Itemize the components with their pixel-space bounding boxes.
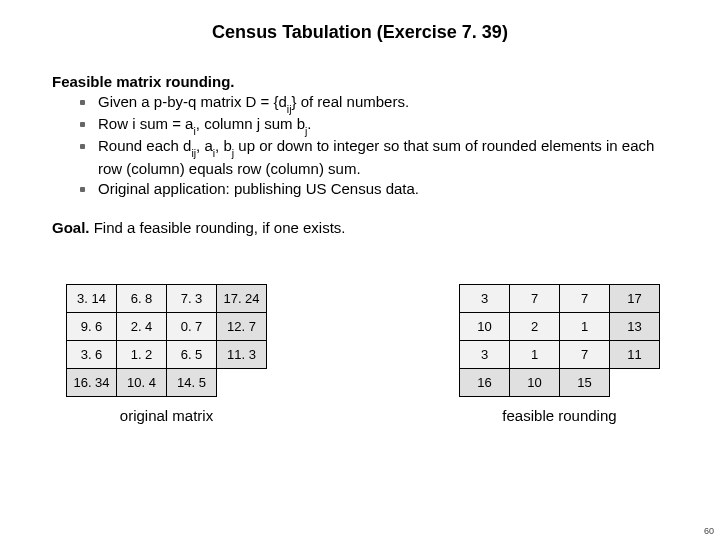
goal-line: Goal. Find a feasible rounding, if one e… [52,219,680,236]
table-cell: 7 [560,285,610,313]
table-cell-empty [217,369,267,397]
table-row: 3 7 7 17 [460,285,660,313]
table-row: 3. 14 6. 8 7. 3 17. 24 [67,285,267,313]
feasible-rounding-caption: feasible rounding [502,407,616,424]
bullet-item: Round each dij, ai, bj up or down to int… [80,136,680,178]
table-row: 9. 6 2. 4 0. 7 12. 7 [67,313,267,341]
table-row: 3 1 7 11 [460,341,660,369]
feasible-rounding-table: 3 7 7 17 10 2 1 13 3 1 7 11 16 10 15 [459,284,660,397]
table-row: 16. 34 10. 4 14. 5 [67,369,267,397]
table-cell-total: 17. 24 [217,285,267,313]
table-cell: 0. 7 [167,313,217,341]
original-matrix-caption: original matrix [120,407,213,424]
table-cell: 1 [560,313,610,341]
tables-row: 3. 14 6. 8 7. 3 17. 24 9. 6 2. 4 0. 7 12… [0,284,720,424]
table-row: 10 2 1 13 [460,313,660,341]
table-cell: 3 [460,285,510,313]
bullet-list: Given a p-by-q matrix D = {dij} of real … [52,92,680,199]
page-number: 60 [704,526,714,536]
table-row: 3. 6 1. 2 6. 5 11. 3 [67,341,267,369]
slide-title: Census Tabulation (Exercise 7. 39) [0,22,720,43]
table-cell: 1. 2 [117,341,167,369]
table-cell-total: 12. 7 [217,313,267,341]
table-cell: 9. 6 [67,313,117,341]
table-cell: 10 [460,313,510,341]
table-cell: 6. 8 [117,285,167,313]
table-cell: 3 [460,341,510,369]
table-cell-total: 14. 5 [167,369,217,397]
table-cell: 3. 6 [67,341,117,369]
table-cell-total: 16 [460,369,510,397]
table-cell-total: 11. 3 [217,341,267,369]
original-matrix-table: 3. 14 6. 8 7. 3 17. 24 9. 6 2. 4 0. 7 12… [66,284,267,397]
table-cell: 6. 5 [167,341,217,369]
table-cell-total: 16. 34 [67,369,117,397]
table-cell: 3. 14 [67,285,117,313]
feasible-rounding-block: 3 7 7 17 10 2 1 13 3 1 7 11 16 10 15 [459,284,660,424]
table-cell: 2 [510,313,560,341]
bullet-item: Original application: publishing US Cens… [80,179,680,199]
table-cell: 2. 4 [117,313,167,341]
table-cell-total: 13 [610,313,660,341]
table-cell-empty [610,369,660,397]
table-cell-total: 17 [610,285,660,313]
original-matrix-block: 3. 14 6. 8 7. 3 17. 24 9. 6 2. 4 0. 7 12… [66,284,267,424]
table-cell: 7. 3 [167,285,217,313]
bullet-item: Row i sum = ai, column j sum bj. [80,114,680,136]
table-cell: 1 [510,341,560,369]
table-cell: 7 [560,341,610,369]
table-cell-total: 15 [560,369,610,397]
content-block: Feasible matrix rounding. Given a p-by-q… [52,73,680,236]
table-cell-total: 11 [610,341,660,369]
bullet-item: Given a p-by-q matrix D = {dij} of real … [80,92,680,114]
section-heading: Feasible matrix rounding. [52,73,680,90]
table-cell: 7 [510,285,560,313]
table-row: 16 10 15 [460,369,660,397]
table-cell-total: 10 [510,369,560,397]
table-cell-total: 10. 4 [117,369,167,397]
